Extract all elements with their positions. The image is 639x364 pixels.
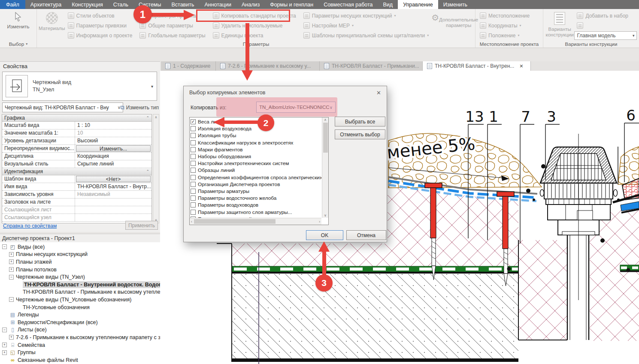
ribbon-button[interactable]: Единицы проекта xyxy=(210,30,301,40)
app-tab[interactable]: Файл xyxy=(0,0,25,9)
checkbox[interactable] xyxy=(191,175,196,180)
cancel-button[interactable]: Отмена xyxy=(346,230,386,240)
property-row[interactable]: Визуальный стиль Скрытие линий xyxy=(2,160,151,168)
checkbox[interactable] xyxy=(191,196,196,201)
property-row[interactable]: Ссылающийся лист xyxy=(2,206,151,214)
property-row[interactable]: Дисциплина Координация xyxy=(2,153,151,160)
edit-type-button[interactable]: ⧉ Изменить тип xyxy=(121,102,159,112)
tree-expander-icon[interactable] xyxy=(9,275,14,280)
ok-button[interactable]: OK xyxy=(306,230,343,240)
tree-expander-icon[interactable] xyxy=(9,259,14,264)
checkbox[interactable] xyxy=(191,147,196,152)
ribbon-button[interactable]: Положение ▾ xyxy=(477,30,541,40)
section-graphics[interactable]: Графика ⌃ xyxy=(2,114,151,122)
app-tab[interactable]: Архитектура xyxy=(25,0,67,9)
app-tab[interactable]: Анализ xyxy=(236,0,265,9)
ribbon-button[interactable]: Стили объектов xyxy=(65,11,137,21)
apply-button[interactable]: Применить xyxy=(125,221,158,230)
dialog-checkbox-item[interactable]: Параметры водосточного желоба xyxy=(191,195,321,202)
checkbox[interactable] xyxy=(191,126,196,131)
ribbon-button[interactable]: Глобальные параметры xyxy=(137,30,210,40)
tree-item[interactable]: Планы несущих конструкций xyxy=(2,251,160,259)
type-select-combobox[interactable]: Чертежный вид: ТН-КРОВЛЯ Балласт - Вну ∨ xyxy=(2,102,123,112)
view-tab[interactable]: ТН-КРОВЛЯ Балласт - Внутрен... xyxy=(423,61,531,71)
property-row[interactable]: Шаблон вида <Нет> xyxy=(2,175,151,183)
tree-expander-icon[interactable] xyxy=(2,244,7,249)
checkbox[interactable] xyxy=(191,154,196,159)
pick-to-edit-button[interactable] xyxy=(574,21,637,30)
dialog-checkbox-item[interactable]: Параметры арматуры xyxy=(191,188,321,195)
tree-item[interactable]: Группы xyxy=(2,349,160,356)
view-tab[interactable]: ТН-КРОВЛЯ Балласт - Примыкани... xyxy=(320,61,423,71)
dialog-checkbox-item[interactable]: Параметры защитного слоя арматуры... xyxy=(191,208,321,215)
app-tab[interactable]: Изменить xyxy=(438,0,472,9)
checkbox[interactable] xyxy=(191,202,196,208)
app-tab[interactable]: Вставить xyxy=(166,0,199,9)
tree-item[interactable]: Листы (все) xyxy=(2,326,160,334)
collapse-icon[interactable]: ⌃ xyxy=(146,169,149,174)
type-selector[interactable]: Чертежный вид TN_Узел ▾ xyxy=(2,72,157,101)
dialog-checkbox-item[interactable]: Изоляция трубы xyxy=(191,132,321,139)
collapse-icon[interactable]: ⌃ xyxy=(146,116,149,120)
tree-item[interactable]: ТН-КРОВЛЯ Балласт - Внутренний водосток.… xyxy=(2,281,160,289)
add-to-set-button[interactable]: Добавить в набор xyxy=(574,11,637,21)
dialog-checkbox-item[interactable]: Образцы линий xyxy=(191,167,321,174)
checkbox[interactable] xyxy=(191,140,196,145)
tree-item[interactable]: Чертежные виды (TN_Условные обозначения) xyxy=(2,296,160,304)
dialog-checkbox-item[interactable]: Организация Диспетчера проектов xyxy=(191,181,321,188)
desel-button[interactable]: Отменить выбор xyxy=(335,129,385,139)
ribbon-button[interactable]: Информация о проекте xyxy=(65,30,137,40)
app-tab[interactable]: Аннотации xyxy=(199,0,236,9)
tree-item[interactable]: Связанные файлы Revit xyxy=(2,356,160,364)
tree-expander-icon[interactable] xyxy=(2,343,7,347)
property-row[interactable]: Зависимость уровня Независимый xyxy=(2,191,151,199)
tree-item[interactable]: 7-2.6 - Примыкание к высокому утепленном… xyxy=(2,334,160,341)
property-row[interactable]: Имя вида ТН-КРОВЛЯ Балласт - Внутр... xyxy=(2,183,151,191)
checkbox[interactable] xyxy=(191,189,196,194)
dialog-checkbox-item[interactable]: Определения коэффициентов спроса электри… xyxy=(191,174,321,181)
app-tab[interactable]: Совместная работа xyxy=(318,0,378,9)
tree-item[interactable]: Планы потолков xyxy=(2,266,160,274)
property-row[interactable]: Переопределения видимос... Изменить... xyxy=(2,145,151,153)
checkbox[interactable] xyxy=(191,119,196,124)
chevron-down-icon[interactable]: ▾ xyxy=(151,84,157,89)
close-icon[interactable] xyxy=(376,90,381,96)
tree-item[interactable]: ТН-Условные обозначения xyxy=(2,304,160,311)
tree-expander-icon[interactable] xyxy=(9,267,14,272)
tree-item[interactable]: ТН-КРОВЛЯ Балласт - Примыкание к высоком… xyxy=(2,289,160,296)
tree-item[interactable]: Семейства xyxy=(2,341,160,349)
vertical-scrollbar[interactable]: ∧∨ xyxy=(322,117,328,218)
view-tab[interactable]: 7-2.6 - Примыкание к высокому у... xyxy=(216,61,320,71)
design-options-button[interactable]: Варианты конструкции xyxy=(545,10,574,38)
dialog-checkbox-item[interactable]: Наборы оборудования xyxy=(191,153,321,160)
dialog-checkbox-item[interactable]: Марки фрагментов xyxy=(191,146,321,153)
view-tab[interactable]: 1 - Содержание xyxy=(161,61,216,71)
tree-expander-icon[interactable] xyxy=(2,328,7,332)
dialog-checkbox-item[interactable]: Изоляция воздуховода xyxy=(191,125,321,132)
tree-item[interactable]: Планы этажей xyxy=(2,258,160,266)
tree-item[interactable]: Виды (все) xyxy=(2,243,160,251)
property-row[interactable]: Масштаб вида 1 : 10 xyxy=(2,122,151,129)
ribbon-button[interactable]: Параметры привязки xyxy=(65,21,137,30)
checkbox[interactable] xyxy=(191,133,196,138)
ribbon-button[interactable]: Параметры несущих конструкций ▾ xyxy=(301,11,431,21)
checkbox[interactable] xyxy=(191,182,196,187)
horizontal-scrollbar[interactable]: ‹› xyxy=(190,218,321,225)
select-all-button[interactable]: Выбрать все xyxy=(335,117,385,126)
materials-button[interactable]: Материалы xyxy=(39,10,65,31)
tree-expander-icon[interactable] xyxy=(9,297,14,302)
ribbon-button[interactable]: Местоположение xyxy=(477,11,541,21)
additional-settings-label[interactable]: Дополнительные параметры xyxy=(439,10,478,28)
tree-expander-icon[interactable] xyxy=(9,252,14,257)
app-tab[interactable]: Вид xyxy=(378,0,398,9)
ribbon-button[interactable]: Настройки MEP ▾ xyxy=(301,21,431,30)
tree-item[interactable]: Ведомости/Спецификации (все) xyxy=(2,319,160,326)
dialog-checkbox-item[interactable]: Классификации нагрузок в электросетях xyxy=(191,139,321,146)
tree-expander-icon[interactable] xyxy=(9,335,14,340)
app-tab[interactable]: Управление xyxy=(398,0,438,9)
property-row[interactable]: Значение масштаба 1: 10 xyxy=(2,129,151,137)
panel-label-selection[interactable]: Выбор▾ xyxy=(0,40,36,48)
app-tab[interactable]: Формы и генплан xyxy=(265,0,318,9)
properties-help-link[interactable]: Справка по свойствам xyxy=(3,223,57,229)
additional-settings-button[interactable]: ⚙ xyxy=(431,10,439,23)
